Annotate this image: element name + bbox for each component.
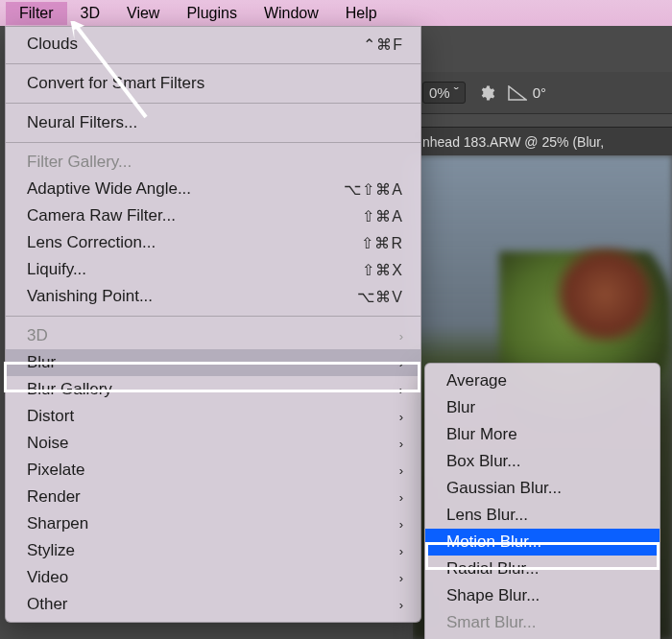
filter-menu: Clouds⌃⌘FConvert for Smart FiltersNeural… <box>5 26 421 623</box>
menu-shortcut: ⌥⌘V <box>357 288 403 306</box>
menu-shortcut: ⌥⇧⌘A <box>344 180 403 199</box>
opacity-value: 0% <box>429 84 450 101</box>
options-bar: 0% ˇ 0° <box>413 72 672 114</box>
menu-shortcut: ⇧⌘A <box>362 207 403 225</box>
menu-item-label: Noise <box>27 434 68 453</box>
document-tab[interactable]: nhead 183.ARW @ 25% (Blur, <box>413 127 672 155</box>
menu-item[interactable]: Stylize› <box>6 537 420 564</box>
menu-item-label: Adaptive Wide Angle... <box>27 179 191 199</box>
document-title: nhead 183.ARW @ 25% (Blur, <box>422 134 604 150</box>
chevron-right-icon: › <box>399 544 403 558</box>
menu-item[interactable]: Render› <box>6 484 420 510</box>
menu-item[interactable]: Blur› <box>6 349 420 376</box>
menu-item-label: Video <box>27 568 68 587</box>
menu-shortcut: ⇧⌘R <box>361 234 403 252</box>
menu-item[interactable]: Lens Correction...⇧⌘R <box>6 229 420 256</box>
menu-item-label: Liquify... <box>27 260 86 279</box>
menu-item-label: Smart Blur... <box>446 613 537 632</box>
menubar-item-3d[interactable]: 3D <box>67 2 113 25</box>
chevron-right-icon: › <box>399 598 403 612</box>
menu-item[interactable]: Blur Gallery› <box>6 376 420 403</box>
chevron-right-icon: › <box>399 490 403 505</box>
menu-item-label: Filter Gallery... <box>27 153 132 172</box>
menu-item[interactable]: Noise› <box>6 430 420 457</box>
menu-item[interactable]: Pixelate› <box>6 457 420 484</box>
angle-icon <box>508 85 527 101</box>
menu-item[interactable]: Lens Blur... <box>425 502 660 529</box>
menu-item[interactable]: Blur <box>425 394 660 421</box>
menu-item[interactable]: Blur More <box>425 421 660 448</box>
menu-separator <box>6 316 420 317</box>
menubar-item-plugins[interactable]: Plugins <box>173 2 250 25</box>
menu-item: 3D› <box>6 322 420 349</box>
menu-item-label: Blur <box>27 353 56 372</box>
menu-item-label: Render <box>27 487 81 507</box>
chevron-right-icon: › <box>399 410 403 424</box>
menu-item-label: Motion Blur... <box>446 532 541 552</box>
menu-item-label: Neural Filters... <box>27 113 137 132</box>
menu-item-label: Other <box>27 595 68 614</box>
menu-item[interactable]: Average <box>425 367 660 394</box>
menu-item[interactable]: Camera Raw Filter...⇧⌘A <box>6 202 420 229</box>
menu-item[interactable]: Other› <box>6 591 420 618</box>
chevron-right-icon: › <box>399 571 403 585</box>
menubar-item-view[interactable]: View <box>113 2 173 25</box>
menu-separator <box>6 142 420 143</box>
angle-control[interactable]: 0° <box>508 84 546 101</box>
menu-item-label: Pixelate <box>27 461 84 480</box>
menu-item-label: Stylize <box>27 541 75 560</box>
menu-item[interactable]: Clouds⌃⌘F <box>6 31 420 58</box>
chevron-right-icon: › <box>399 517 403 532</box>
menu-item-label: Average <box>446 371 507 390</box>
menu-item[interactable]: Sharpen› <box>6 510 420 537</box>
chevron-right-icon: › <box>399 383 403 397</box>
menu-item-label: Camera Raw Filter... <box>27 206 176 225</box>
menu-shortcut: ⇧⌘X <box>362 261 403 279</box>
menu-item-label: Lens Correction... <box>27 233 156 252</box>
menu-item[interactable]: Box Blur... <box>425 448 660 475</box>
menu-item[interactable]: Convert for Smart Filters <box>6 70 420 97</box>
menubar-item-window[interactable]: Window <box>251 2 332 25</box>
menu-item-label: 3D <box>27 326 48 345</box>
menu-item[interactable]: Distort› <box>6 403 420 430</box>
menu-item[interactable]: Shape Blur... <box>425 582 660 609</box>
menu-item[interactable]: Adaptive Wide Angle...⌥⇧⌘A <box>6 176 420 202</box>
menu-separator <box>6 103 420 104</box>
menu-item-label: Radial Blur... <box>446 559 539 579</box>
menu-item[interactable]: Radial Blur... <box>425 556 660 582</box>
gear-icon[interactable] <box>475 82 498 105</box>
chevron-right-icon: › <box>399 463 403 478</box>
menu-item-label: Shape Blur... <box>446 586 540 605</box>
chevron-down-icon: ˇ <box>454 84 459 101</box>
menu-item[interactable]: Video› <box>6 564 420 591</box>
menu-item[interactable]: Liquify...⇧⌘X <box>6 256 420 283</box>
menu-item-label: Blur <box>446 398 475 417</box>
menu-item-label: Clouds <box>27 35 78 54</box>
menu-shortcut: ⌃⌘F <box>363 36 403 54</box>
menu-item[interactable]: Vanishing Point...⌥⌘V <box>6 283 420 310</box>
menubar: Filter3DViewPluginsWindowHelp <box>0 0 672 26</box>
menu-item-label: Box Blur... <box>446 452 520 471</box>
menu-item[interactable]: Gaussian Blur... <box>425 475 660 502</box>
menubar-item-filter[interactable]: Filter <box>6 2 67 25</box>
menubar-item-help[interactable]: Help <box>332 2 391 25</box>
menu-item[interactable]: Neural Filters... <box>6 109 420 136</box>
menu-separator <box>6 63 420 64</box>
menu-item-label: Blur Gallery <box>27 380 112 399</box>
menu-item-label: Sharpen <box>27 514 88 533</box>
menu-item-label: Blur More <box>446 425 517 444</box>
blur-submenu: AverageBlurBlur MoreBox Blur...Gaussian … <box>424 363 660 639</box>
menu-item-label: Distort <box>27 407 74 426</box>
menu-item: Filter Gallery... <box>6 149 420 176</box>
angle-value: 0° <box>533 84 546 101</box>
menu-item[interactable]: Motion Blur... <box>425 529 660 556</box>
menu-item-label: Convert for Smart Filters <box>27 74 204 93</box>
menu-item-label: Vanishing Point... <box>27 287 153 306</box>
opacity-field[interactable]: 0% ˇ <box>422 82 466 104</box>
menu-item-label: Gaussian Blur... <box>446 479 562 498</box>
chevron-right-icon: › <box>399 356 403 370</box>
chevron-right-icon: › <box>399 437 403 451</box>
menu-item: Smart Blur... <box>425 609 660 636</box>
menu-item-label: Lens Blur... <box>446 506 528 525</box>
chevron-right-icon: › <box>399 329 403 343</box>
